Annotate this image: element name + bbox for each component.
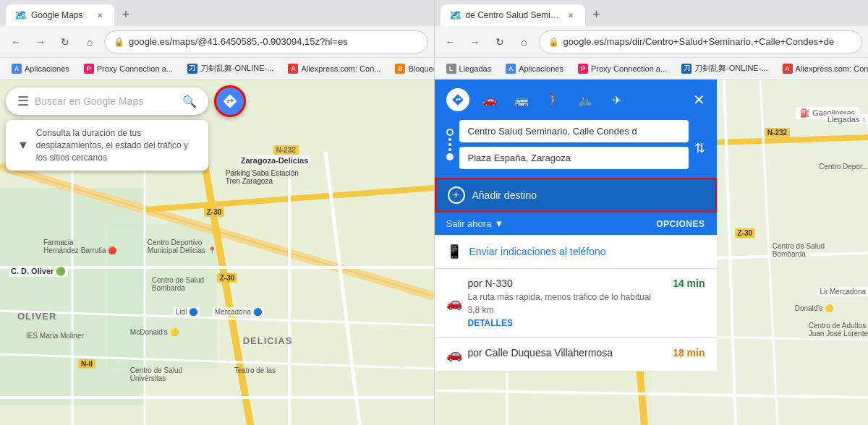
route-1-top: 🚗 por N-330 14 min La ruta más rápida, m… <box>446 278 705 328</box>
send-to-phone-row[interactable]: 📱 Enviar indicaciones al teléfono <box>435 235 717 269</box>
destination-field[interactable]: Plaza España, Zaragoza <box>459 147 689 169</box>
depart-now-button[interactable]: Salir ahora ▼ <box>446 218 504 229</box>
commute-expand-icon: ▼ <box>17 139 29 152</box>
bookmark-bloqueo-left[interactable]: B Bloqueo <box>389 62 433 75</box>
left-tab-title: Google Maps <box>31 10 90 20</box>
left-forward-button[interactable]: → <box>30 32 51 52</box>
add-destination-icon: + <box>448 186 465 204</box>
search-icon[interactable]: 🔍 <box>182 95 197 108</box>
bookmark-favicon-ali-right: A <box>783 64 793 74</box>
right-map-area: 🚗 🚌 🚶 🚲 ✈ ✕ <box>435 80 869 425</box>
right-url-text: google.es/maps/dir/Centro+Salud+Seminari… <box>563 36 854 47</box>
origin-dot <box>446 129 454 136</box>
route-option-2[interactable]: 🚗 por Calle Duquesa Villahermosa 18 min <box>435 338 717 372</box>
right-tab-title: de Centro Salud Seminario a Pla... <box>466 10 561 20</box>
bookmark-favicon-aplicaciones-right: A <box>506 64 516 74</box>
directions-inputs: Centro Salud Seminario, Calle Condes d P… <box>435 120 717 178</box>
commute-card[interactable]: ▼ Consulta la duración de tus desplazami… <box>6 120 208 171</box>
transport-mode-row: 🚗 🚌 🚶 🚲 ✈ ✕ <box>446 88 705 111</box>
bookmark-proxy-left[interactable]: P Proxy Connection a... <box>78 62 179 75</box>
search-bar[interactable]: ☰ Buscar en Google Maps 🔍 <box>6 87 208 115</box>
bookmark-proxy-right[interactable]: P Proxy Connection a... <box>572 62 673 75</box>
bookmark-aplicaciones-right[interactable]: A Aplicaciones <box>500 62 569 75</box>
close-directions-button[interactable]: ✕ <box>693 91 705 108</box>
left-reload-button[interactable]: ↻ <box>55 32 75 52</box>
right-tab-close[interactable]: ✕ <box>565 9 576 21</box>
google-maps-favicon-right: 🗺️ <box>449 9 461 21</box>
route-2-top: 🚗 por Calle Duquesa Villahermosa 18 min <box>446 346 705 362</box>
left-active-tab[interactable]: 🗺️ Google Maps ✕ <box>6 4 114 26</box>
send-to-phone-label: Enviar indicaciones al teléfono <box>469 246 606 257</box>
route-2-time: 18 min <box>673 347 705 359</box>
right-reload-button[interactable]: ↻ <box>490 32 510 52</box>
route-option-1[interactable]: 🚗 por N-330 14 min La ruta más rápida, m… <box>435 269 717 338</box>
right-active-tab[interactable]: 🗺️ de Centro Salud Seminario a Pla... ✕ <box>441 4 585 26</box>
route-options-button[interactable]: OPCIONES <box>656 219 705 229</box>
route-2-car-icon: 🚗 <box>446 346 462 362</box>
right-browser-pane: 🗺️ de Centro Salud Seminario a Pla... ✕ … <box>435 0 869 425</box>
mode-transit[interactable]: 🚌 <box>510 88 533 111</box>
route-1-details-link[interactable]: DETALLES <box>468 318 705 328</box>
right-forward-button[interactable]: → <box>465 32 485 52</box>
left-bookmarks-bar: A Aplicaciones P Proxy Connection a... 刀… <box>0 58 434 80</box>
right-tab-bar: 🗺️ de Centro Salud Seminario a Pla... ✕ … <box>435 0 869 26</box>
mode-car[interactable]: 🚗 <box>478 88 501 111</box>
mode-directions[interactable] <box>446 88 469 111</box>
left-tab-close[interactable]: ✕ <box>94 9 106 21</box>
bookmark-favicon-proxy-right: P <box>578 64 588 74</box>
bookmark-favicon-knife-right: 刀 <box>681 64 692 74</box>
origin-field[interactable]: Centro Salud Seminario, Calle Condes d <box>459 120 689 142</box>
right-back-button[interactable]: ← <box>441 32 461 52</box>
right-home-button[interactable]: ⌂ <box>514 32 535 52</box>
bookmark-aliexpress-right[interactable]: A Aliexpress.com: Con... <box>777 62 868 75</box>
left-tab-bar: 🗺️ Google Maps ✕ + <box>0 0 434 26</box>
left-lock-icon: 🔒 <box>114 37 124 47</box>
route-2-header: por Calle Duquesa Villahermosa 18 min <box>468 347 705 359</box>
route-dot-1 <box>448 138 451 141</box>
right-lock-icon: 🔒 <box>548 37 559 47</box>
bookmark-favicon-bloqueo-left: B <box>395 64 405 74</box>
mode-flight[interactable]: ✈ <box>605 88 629 111</box>
send-to-phone-icon: 📱 <box>446 244 462 259</box>
dual-browser: 🗺️ Google Maps ✕ + ← → ↻ ⌂ 🔒 google.es/m… <box>0 0 868 425</box>
route-dot-2 <box>448 143 451 146</box>
left-url-bar[interactable]: 🔒 google.es/maps/@41.6450585,-0.903094,1… <box>104 30 428 53</box>
route-1-car-icon: 🚗 <box>446 295 462 311</box>
depart-now-label: Salir ahora <box>446 218 492 229</box>
bookmark-favicon-ali-left: A <box>288 64 298 74</box>
swap-directions-button[interactable]: ⇅ <box>694 120 705 169</box>
left-back-button[interactable]: ← <box>6 32 26 52</box>
bookmark-aliexpress-left[interactable]: A Aliexpress.com: Con... <box>282 62 386 75</box>
left-home-button[interactable]: ⌂ <box>80 32 100 52</box>
left-url-text: google.es/maps/@41.6450585,-0.903094,15z… <box>129 36 419 47</box>
route-1-via: por N-330 <box>468 278 513 289</box>
left-map-search-panel: ☰ Buscar en Google Maps 🔍 ▼ Consulta la … <box>6 85 246 171</box>
mode-bike[interactable]: 🚲 <box>574 88 597 111</box>
direction-fields: Centro Salud Seminario, Calle Condes d P… <box>459 120 689 169</box>
right-address-bar: ← → ↻ ⌂ 🔒 google.es/maps/dir/Centro+Salu… <box>435 26 869 58</box>
right-new-tab-button[interactable]: + <box>587 4 607 25</box>
svg-rect-2 <box>109 224 217 369</box>
bookmark-knife-right[interactable]: 刀 刀剣乱舞-ONLINE-... <box>676 61 773 75</box>
bookmark-llegadas-right[interactable]: L Llegadas <box>441 62 498 75</box>
left-browser-pane: 🗺️ Google Maps ✕ + ← → ↻ ⌂ 🔒 google.es/m… <box>0 0 435 425</box>
google-maps-favicon: 🗺️ <box>14 9 27 21</box>
directions-button[interactable] <box>214 85 246 117</box>
commute-text: Consulta la duración de tus desplazamien… <box>36 127 197 163</box>
bookmark-aplicaciones-left[interactable]: A Aplicaciones <box>6 62 75 75</box>
left-new-tab-button[interactable]: + <box>116 4 136 25</box>
right-url-bar[interactable]: 🔒 google.es/maps/dir/Centro+Salud+Semina… <box>539 30 863 53</box>
destination-dot <box>446 153 454 160</box>
search-input[interactable]: Buscar en Google Maps <box>35 95 176 107</box>
left-map-area: ☰ Buscar en Google Maps 🔍 ▼ Consulta la … <box>0 80 434 425</box>
bookmark-knife-left[interactable]: 刀 刀剣乱舞-ONLINE-... <box>182 61 279 75</box>
mode-walk[interactable]: 🚶 <box>542 88 565 111</box>
add-destination-row[interactable]: + Añadir destino <box>435 178 717 212</box>
route-1-time: 14 min <box>673 278 705 289</box>
route-dot-3 <box>448 148 451 151</box>
right-bookmarks-bar: L Llegadas A Aplicaciones P Proxy Connec… <box>435 58 869 80</box>
directions-icon <box>222 93 238 109</box>
hamburger-icon[interactable]: ☰ <box>17 93 29 109</box>
route-2-via: por Calle Duquesa Villahermosa <box>468 347 613 359</box>
route-results: 📱 Enviar indicaciones al teléfono 🚗 por … <box>435 235 717 372</box>
